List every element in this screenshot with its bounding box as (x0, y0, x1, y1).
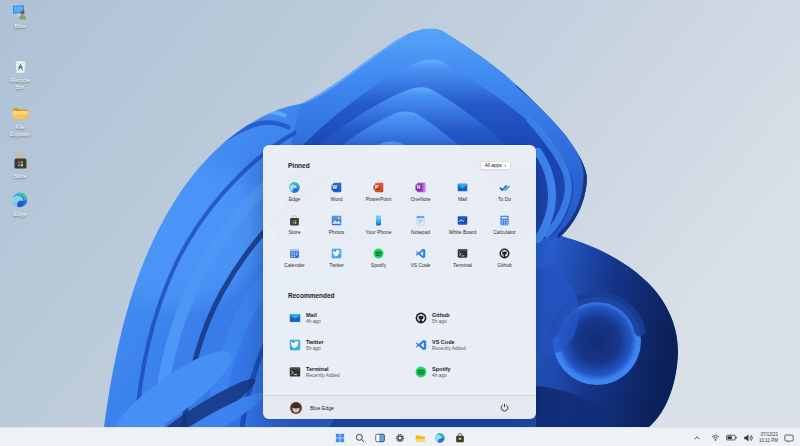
svg-text:P: P (375, 184, 379, 190)
svg-text:W: W (332, 184, 337, 190)
svg-text:N: N (417, 185, 421, 190)
